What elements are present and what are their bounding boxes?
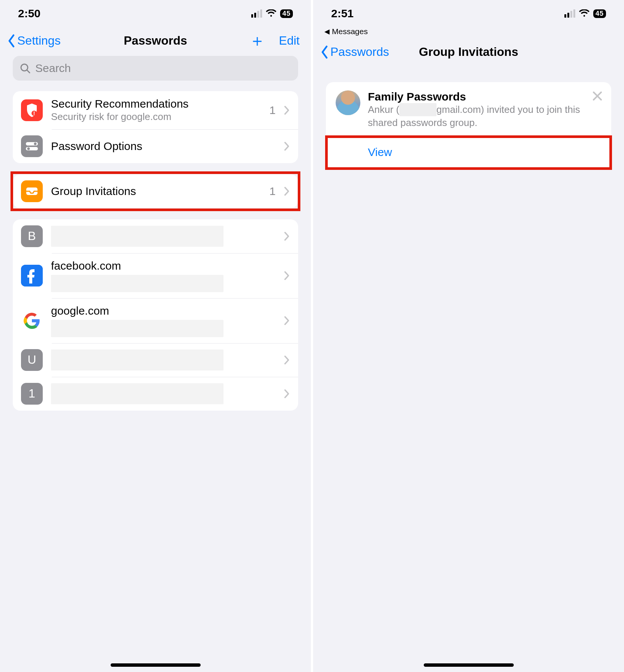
account-row[interactable]: B [13,219,298,253]
chevron-right-icon [284,316,290,326]
nav-bar: Passwords Group Invitations [313,38,624,67]
svg-point-5 [34,142,37,145]
account-title: google.com [51,304,276,318]
battery-icon: 45 [280,9,293,18]
account-title-redacted [51,350,224,370]
account-row[interactable]: facebook.com [13,253,298,298]
account-icon: 1 [21,383,43,405]
inbox-icon [21,180,43,202]
chevron-right-icon [284,271,290,280]
back-button[interactable]: Settings [8,34,61,48]
chevron-right-icon [284,231,290,241]
svg-line-1 [27,70,30,73]
status-indicators: 45 [251,9,293,18]
view-button[interactable]: View [326,136,611,169]
svg-point-3 [34,114,35,116]
security-recommendations-row[interactable]: Security Recommendations Security risk f… [13,91,298,129]
group-invitations-row[interactable]: Group Invitations 1 [13,174,298,208]
status-time: 2:50 [18,7,40,20]
status-time: 2:51 [331,7,354,20]
home-indicator[interactable] [111,663,201,667]
add-button[interactable]: ＋ [249,36,266,45]
status-indicators: 45 [564,9,606,18]
chevron-left-icon [8,34,16,48]
chevron-right-icon [284,389,290,399]
svg-point-7 [27,147,30,150]
account-subtitle-redacted [51,320,224,337]
page-title: Passwords [124,34,187,48]
close-icon [592,90,603,102]
chevron-left-icon [321,45,329,59]
status-bar: 2:50 45 [0,0,311,27]
home-indicator[interactable] [424,663,514,667]
invitation-subtitle: Ankur (xxxxxxxgmail.com) invited you to … [368,103,602,129]
back-label: Settings [17,34,61,48]
chevron-right-icon [284,186,290,196]
security-title: Security Recommendations [51,97,261,111]
right-screenshot: 2:51 45 ◀ Messages Passwords Group Invit… [313,0,624,672]
avatar [336,90,360,115]
options-icon [21,135,43,157]
back-button[interactable]: Passwords [321,45,389,59]
search-icon [20,63,31,74]
settings-section-2: Group Invitations 1 [13,174,298,208]
settings-section-1: Security Recommendations Security risk f… [13,91,298,163]
password-options-title: Password Options [51,140,276,153]
nav-bar: Settings Passwords ＋ Edit [0,27,311,56]
account-row[interactable]: google.com [13,298,298,343]
wifi-icon [579,9,590,18]
back-label: Passwords [330,45,389,59]
cellular-icon [251,9,262,18]
account-icon [21,265,43,286]
account-subtitle-redacted [51,275,224,292]
wifi-icon [266,9,276,18]
account-row[interactable]: U [13,343,298,377]
close-button[interactable] [592,90,603,102]
account-icon: B [21,225,43,247]
page-title: Group Invitations [419,45,518,59]
chevron-right-icon [284,105,290,115]
breadcrumb-back[interactable]: ◀ Messages [313,27,624,38]
account-title-redacted [51,226,224,247]
security-count: 1 [269,104,276,117]
group-invitations-title: Group Invitations [51,184,261,198]
shield-alert-icon [21,99,43,121]
status-bar: 2:51 45 [313,0,624,27]
left-screenshot: 2:50 45 Settings Passwords ＋ Edit [0,0,311,672]
account-row[interactable]: 1 [13,377,298,411]
breadcrumb-label: Messages [332,27,368,36]
account-title-redacted [51,383,224,404]
invitation-card: Family Passwords Ankur (xxxxxxxgmail.com… [326,82,611,169]
chevron-right-icon [284,141,290,151]
group-invitations-count: 1 [269,185,276,198]
view-label: View [368,146,392,159]
search-input[interactable]: Search [13,56,298,81]
triangle-left-icon: ◀ [324,27,330,36]
cellular-icon [564,9,575,18]
accounts-list: Bfacebook.comgoogle.comU1 [13,219,298,411]
battery-icon: 45 [593,9,606,18]
search-placeholder: Search [35,62,71,75]
account-icon [21,310,43,332]
password-options-row[interactable]: Password Options [13,129,298,163]
invitation-title: Family Passwords [368,90,602,103]
security-subtitle: Security risk for google.com [51,111,261,123]
edit-button[interactable]: Edit [279,34,300,48]
account-icon: U [21,349,43,371]
account-title: facebook.com [51,259,276,273]
chevron-right-icon [284,355,290,365]
